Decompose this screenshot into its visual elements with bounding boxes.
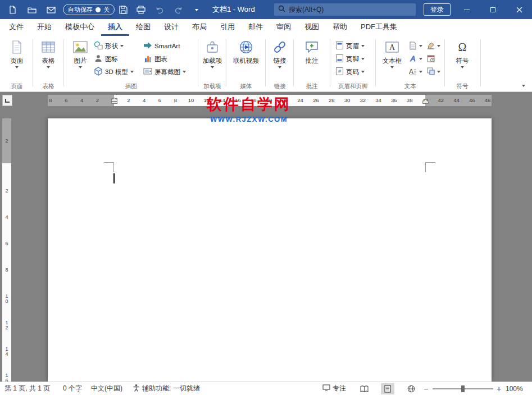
new-document-icon[interactable] xyxy=(8,5,17,15)
screenshot-button[interactable]: 屏幕截图 xyxy=(143,66,186,77)
icons-button[interactable]: 图标 xyxy=(94,53,118,65)
svg-text:Ω: Ω xyxy=(458,41,467,53)
v-ruler[interactable]: 224681 01 21 41 6 xyxy=(2,118,11,382)
chevron-down-icon xyxy=(361,45,365,47)
smartart-button[interactable]: SmartArt xyxy=(143,40,180,52)
minimize-button[interactable] xyxy=(454,0,480,19)
print-layout-button[interactable] xyxy=(381,383,394,394)
group-media: 联机视频 媒体 xyxy=(228,36,264,91)
accessibility-status[interactable]: 辅助功能: 一切就绪 xyxy=(133,382,200,395)
chevron-down-icon xyxy=(15,66,19,68)
status-bar: 第 1 页, 共 1 页 0 个字 中文(中国) 辅助功能: 一切就绪 专注 −… xyxy=(0,382,532,395)
footer-button[interactable]: 页脚 xyxy=(335,53,365,65)
page-number-button[interactable]: # 页码 xyxy=(335,66,365,77)
wordart-button[interactable]: A xyxy=(409,53,422,65)
tab-review[interactable]: 审阅 xyxy=(270,19,298,36)
tab-file[interactable]: 文件 xyxy=(2,19,30,36)
group-label-header-footer: 页眉和页脚 xyxy=(332,82,374,90)
tab-template-center[interactable]: 模板中心 xyxy=(58,19,101,36)
read-mode-button[interactable] xyxy=(357,383,371,394)
comment-button[interactable]: 批注 xyxy=(298,38,325,65)
h-ruler[interactable]: 8642246810121416182022242628303234363840… xyxy=(48,95,492,106)
svg-text:A: A xyxy=(410,54,416,63)
symbol-button[interactable]: Ω 符号 xyxy=(449,38,476,68)
close-button[interactable] xyxy=(506,0,532,19)
page-info[interactable]: 第 1 页, 共 1 页 xyxy=(4,382,50,395)
chart-button[interactable]: 图表 xyxy=(143,53,167,65)
zoom-slider-thumb[interactable] xyxy=(461,385,465,392)
pages-button[interactable]: 页面 xyxy=(3,38,30,68)
addin-icon xyxy=(206,38,219,56)
group-illustrations: 图片 形状 图标 3D 模型 xyxy=(66,36,196,91)
chevron-down-icon xyxy=(419,58,422,60)
tab-mailings[interactable]: 邮件 xyxy=(242,19,270,36)
drop-cap-button[interactable]: A xyxy=(409,66,422,77)
group-addins: 加载项 加载项 xyxy=(200,36,225,91)
date-time-button[interactable] xyxy=(427,53,435,65)
link-icon xyxy=(272,38,287,56)
textbox-button[interactable]: A 文本框 xyxy=(379,38,406,68)
right-indent-marker[interactable] xyxy=(422,96,429,106)
online-video-button[interactable]: 联机视频 xyxy=(229,38,263,65)
word-count[interactable]: 0 个字 xyxy=(63,382,82,395)
language-indicator[interactable]: 中文(中国) xyxy=(91,382,122,395)
chevron-down-icon xyxy=(437,71,440,73)
group-divider xyxy=(265,39,266,86)
link-button[interactable]: 链接 xyxy=(267,38,292,68)
group-divider xyxy=(293,39,294,86)
search-icon xyxy=(278,4,285,15)
group-label-text: 文本 xyxy=(378,82,443,90)
tab-layout[interactable]: 布局 xyxy=(185,19,213,36)
hanging-indent-marker[interactable] xyxy=(111,96,117,106)
tab-design[interactable]: 设计 xyxy=(157,19,185,36)
addins-button[interactable]: 加载项 xyxy=(201,38,224,68)
tab-view[interactable]: 视图 xyxy=(298,19,326,36)
signature-line-button[interactable] xyxy=(427,40,440,52)
tab-insert[interactable]: 插入 xyxy=(101,19,129,36)
autosave-toggle[interactable]: 自动保存 关 xyxy=(63,4,115,15)
tab-home[interactable]: 开始 xyxy=(30,19,58,36)
quick-print-icon[interactable] xyxy=(136,5,145,15)
group-divider xyxy=(330,39,330,86)
chevron-down-icon xyxy=(419,45,422,47)
icons-icon xyxy=(94,54,103,64)
tab-draw[interactable]: 绘图 xyxy=(129,19,157,36)
page-number-icon: # xyxy=(335,67,344,77)
zoom-level[interactable]: 100% xyxy=(506,382,523,395)
table-button[interactable]: 表格 xyxy=(35,38,62,68)
footer-icon xyxy=(335,54,344,64)
email-icon[interactable] xyxy=(46,5,56,15)
group-label-addins: 加载项 xyxy=(200,82,225,90)
shapes-button[interactable]: 形状 xyxy=(94,40,124,52)
redo-icon[interactable] xyxy=(173,5,183,15)
zoom-out-button[interactable]: − xyxy=(421,382,430,395)
search-input[interactable] xyxy=(289,6,401,13)
save-icon[interactable] xyxy=(119,5,128,15)
page-icon xyxy=(11,38,22,56)
object-button[interactable] xyxy=(427,66,440,77)
header-button[interactable]: 页眉 xyxy=(335,40,365,52)
open-folder-icon[interactable] xyxy=(27,5,37,15)
tab-selector[interactable] xyxy=(2,95,12,106)
document-page[interactable] xyxy=(48,118,492,382)
maximize-button[interactable] xyxy=(480,0,506,19)
tab-references[interactable]: 引用 xyxy=(213,19,242,36)
group-label-pages: 页面 xyxy=(2,82,31,90)
zoom-in-button[interactable]: + xyxy=(494,382,503,395)
group-label-symbols: 符号 xyxy=(447,82,478,90)
collapse-ribbon-icon[interactable] xyxy=(522,85,525,87)
search-box[interactable] xyxy=(274,3,416,16)
tab-help[interactable]: 帮助 xyxy=(326,19,354,36)
undo-icon[interactable] xyxy=(155,5,165,15)
group-links: 链接 链接 xyxy=(267,36,292,91)
customize-quick-access-icon[interactable] xyxy=(192,5,201,15)
login-button[interactable]: 登录 xyxy=(424,3,451,16)
3d-models-button[interactable]: 3D 模型 xyxy=(94,66,134,77)
document-area: 8642246810121416182022242628303234363840… xyxy=(0,93,532,382)
quick-parts-button[interactable] xyxy=(409,40,422,52)
group-divider xyxy=(63,39,64,86)
picture-button[interactable]: 图片 xyxy=(67,38,94,68)
focus-mode-button[interactable]: 专注 xyxy=(322,382,346,395)
tab-pdf-tools[interactable]: PDF工具集 xyxy=(354,19,404,36)
web-layout-button[interactable] xyxy=(404,383,418,394)
